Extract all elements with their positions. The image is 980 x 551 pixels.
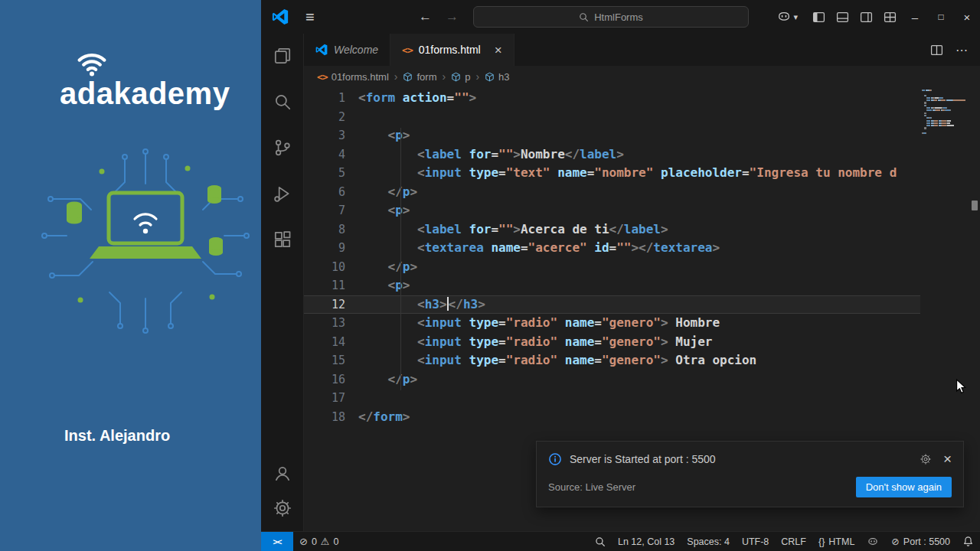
line-number[interactable]: 7 [304,201,358,220]
html-file-icon: <> [402,44,413,56]
code-line[interactable]: 10 </p> [304,258,920,277]
line-number[interactable]: 16 [304,370,358,390]
indentation[interactable]: Spaces: 4 [681,532,736,551]
code-line[interactable]: 15 <input type="radio" name="genero"> Ot… [304,351,920,370]
live-server-port[interactable]: ⊘ Port : 5500 [885,532,956,551]
toggle-secondary-sidebar-icon[interactable] [854,0,878,34]
explorer-icon[interactable] [270,44,295,68]
code-line[interactable]: 9 <textarea name="acerce" id=""></textar… [304,239,920,258]
cursor-position[interactable]: Ln 12, Col 13 [612,532,681,551]
line-number[interactable]: 13 [304,314,358,333]
vscode-logo-icon [272,8,289,25]
editor-scrollbar[interactable] [969,87,980,531]
dont-show-again-button[interactable]: Don't show again [856,477,952,497]
code-line[interactable]: 16 </p> [304,370,920,390]
tab-label: 01forms.html [419,44,481,56]
line-number[interactable]: 18 [304,408,358,427]
code-line[interactable]: 14 <input type="radio" name="genero"> Mu… [304,333,920,352]
tab-welcome[interactable]: Welcome [304,34,390,66]
breadcrumb-item-p[interactable]: p [451,71,470,83]
breadcrumb-item-file[interactable]: <> 01forms.html [317,71,389,83]
line-number[interactable]: 17 [304,389,358,408]
wifi-icon [72,52,112,77]
close-button[interactable]: × [954,0,980,34]
forward-button[interactable]: → [446,9,459,24]
code-line[interactable]: 13 <input type="radio" name="genero"> Ho… [304,314,920,333]
split-editor-icon[interactable] [930,44,943,57]
breadcrumb-item-form[interactable]: form [403,71,436,83]
line-number[interactable]: 15 [304,351,358,370]
line-number[interactable]: 11 [304,276,358,295]
line-number[interactable]: 9 [304,239,358,258]
scrollbar-marker [972,201,978,210]
code-line[interactable]: 3 <p> [304,126,920,145]
magnifier-icon [595,536,606,547]
line-number[interactable]: 5 [304,164,358,183]
screen: adakademy [0,0,980,551]
code-line[interactable]: 17 [304,389,920,408]
activity-bar [261,34,304,531]
run-debug-icon[interactable] [270,181,295,206]
breadcrumb-separator: › [442,70,446,83]
tab-label: Welcome [334,44,378,56]
line-number[interactable]: 2 [304,108,358,127]
copilot-icon [867,536,879,548]
code-line[interactable]: 11 <p> [304,276,920,295]
settings-gear-icon[interactable] [270,496,295,520]
titlebar: ≡ ← → HtmlForms ▾ [261,0,980,34]
line-number[interactable]: 10 [304,258,358,277]
tab-bar: Welcome <> 01forms.html × ⋯ [304,34,980,66]
customize-layout-icon[interactable] [878,0,902,34]
back-button[interactable]: ← [419,9,432,24]
code-line[interactable]: 6 </p> [304,183,920,202]
instructor-name: Inst. Alejandro [64,427,170,445]
notification-settings-icon[interactable] [920,453,932,465]
account-icon[interactable] [270,461,295,485]
maximize-button[interactable]: □ [928,0,954,34]
breadcrumb-item-h3[interactable]: h3 [485,71,509,83]
command-center-search[interactable]: HtmlForms [473,6,749,28]
copilot-menu-button[interactable]: ▾ [776,9,798,24]
menu-icon[interactable]: ≡ [305,0,315,34]
minimap[interactable] [922,90,969,135]
remote-indicator[interactable]: >< [261,532,293,551]
zoom-indicator[interactable] [589,532,612,551]
extensions-icon[interactable] [270,227,295,252]
notification-close-icon[interactable]: × [943,452,952,466]
code-line[interactable]: 1<form action=""> [304,89,920,108]
code-line[interactable]: 18</form> [304,408,920,427]
code-line[interactable]: 12 <h3></h3> [304,295,920,315]
vscode-tab-icon [315,44,328,56]
status-bar: >< ⊘ 0 ⚠ 0 Ln 12, Col 13 Spaces: 4 UTF-8… [261,531,980,551]
code-line[interactable]: 5 <input type="text" name="nombre" place… [304,164,920,183]
problems-indicator[interactable]: ⊘ 0 ⚠ 0 [293,532,345,551]
toggle-panel-icon[interactable] [831,0,854,34]
braces-icon: {} [818,536,825,547]
more-actions-icon[interactable]: ⋯ [956,43,968,57]
circle-slash-icon: ⊘ [891,536,899,547]
code-line[interactable]: 2 [304,108,920,127]
tab-close-icon[interactable]: × [495,44,502,57]
chevron-down-icon: ▾ [793,12,798,22]
minimize-button[interactable]: – [902,0,928,34]
code-line[interactable]: 4 <label for="">Nombre</label> [304,145,920,165]
line-number[interactable]: 3 [304,126,358,145]
source-control-icon[interactable] [270,135,295,160]
tab-01forms[interactable]: <> 01forms.html × [390,34,514,66]
line-number[interactable]: 4 [304,145,358,165]
encoding[interactable]: UTF-8 [736,532,775,551]
code-line[interactable]: 7 <p> [304,201,920,220]
line-number[interactable]: 8 [304,220,358,240]
copilot-status[interactable] [861,532,885,551]
search-sidebar-icon[interactable] [270,90,295,114]
line-number[interactable]: 6 [304,183,358,202]
language-mode[interactable]: {} HTML [812,532,861,551]
line-number[interactable]: 14 [304,333,358,352]
notifications-bell[interactable] [956,532,980,551]
toggle-primary-sidebar-icon[interactable] [807,0,831,34]
line-number[interactable]: 1 [304,89,358,108]
eol-indicator[interactable]: CRLF [775,532,812,551]
code-line[interactable]: 8 <label for="">Acerca de ti</label> [304,220,920,240]
info-icon [548,452,562,466]
line-number[interactable]: 12 [304,295,358,315]
